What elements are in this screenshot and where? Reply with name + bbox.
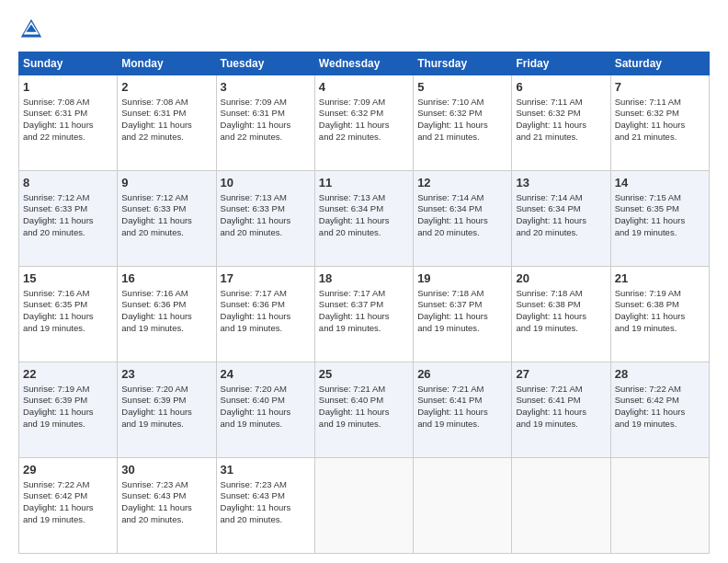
day-info-line: Daylight: 11 hours (23, 407, 94, 417)
day-info-line: Daylight: 11 hours (516, 407, 586, 417)
day-info-line: Sunset: 6:36 PM (221, 299, 285, 309)
day-info-line: Sunset: 6:42 PM (23, 490, 87, 500)
day-info-line: and 19 minutes. (319, 323, 381, 333)
day-number: 23 (121, 366, 211, 383)
day-number: 10 (221, 175, 311, 191)
day-info-line: and 19 minutes. (615, 227, 677, 237)
day-info-line: Daylight: 11 hours (121, 311, 192, 321)
day-info-line: Sunrise: 7:08 AM (23, 97, 89, 107)
day-info-line: Sunset: 6:41 PM (516, 395, 580, 405)
day-info-line: Sunrise: 7:11 AM (615, 97, 681, 107)
day-info-line: Sunrise: 7:20 AM (221, 384, 287, 394)
day-info-line: and 20 minutes. (221, 514, 283, 524)
day-info-line: and 20 minutes. (516, 227, 578, 237)
calendar-cell: 22Sunrise: 7:19 AMSunset: 6:39 PMDayligh… (19, 362, 118, 458)
day-info-line: and 19 minutes. (23, 419, 85, 429)
day-number: 19 (417, 270, 507, 287)
day-info-line: Sunset: 6:34 PM (319, 203, 383, 213)
day-info-line: Daylight: 11 hours (417, 120, 488, 130)
day-info-line: Sunset: 6:33 PM (121, 203, 186, 213)
day-info-line: and 21 minutes. (417, 132, 480, 142)
day-number: 2 (121, 79, 211, 96)
day-info-line: and 19 minutes. (319, 419, 381, 429)
day-info-line: Sunset: 6:40 PM (319, 395, 383, 405)
day-info-line: Sunrise: 7:20 AM (121, 384, 188, 394)
calendar-cell: 1Sunrise: 7:08 AMSunset: 6:31 PMDaylight… (19, 75, 118, 171)
day-info-line: Sunrise: 7:13 AM (319, 192, 385, 202)
day-info-line: Sunrise: 7:13 AM (221, 192, 287, 202)
day-number: 31 (221, 462, 311, 478)
day-info-line: Daylight: 11 hours (221, 407, 291, 417)
day-info-line: Sunset: 6:33 PM (221, 203, 285, 213)
day-number: 25 (319, 366, 409, 383)
day-info-line: Daylight: 11 hours (221, 311, 291, 321)
day-info-line: Sunset: 6:32 PM (417, 108, 482, 118)
day-info-line: Sunrise: 7:18 AM (516, 288, 582, 298)
calendar-header-sunday: Sunday (19, 52, 118, 75)
calendar-cell: 19Sunrise: 7:18 AMSunset: 6:37 PMDayligh… (414, 267, 512, 362)
day-info-line: Sunset: 6:43 PM (121, 490, 186, 500)
day-number: 9 (121, 175, 211, 191)
day-info-line: Daylight: 11 hours (23, 502, 94, 512)
day-info-line: Sunset: 6:31 PM (221, 108, 285, 118)
day-info-line: Sunset: 6:39 PM (23, 395, 87, 405)
calendar-header-tuesday: Tuesday (216, 52, 314, 75)
calendar-cell: 6Sunrise: 7:11 AMSunset: 6:32 PMDaylight… (512, 75, 610, 171)
day-number: 16 (121, 270, 211, 287)
day-info-line: Sunset: 6:31 PM (23, 108, 87, 118)
day-number: 13 (516, 175, 606, 191)
day-info-line: Sunset: 6:41 PM (417, 395, 482, 405)
day-info-line: Sunrise: 7:18 AM (417, 288, 483, 298)
day-info-line: Daylight: 11 hours (417, 311, 488, 321)
day-info-line: Daylight: 11 hours (615, 120, 686, 130)
day-info-line: Daylight: 11 hours (121, 215, 192, 225)
day-number: 8 (23, 175, 113, 191)
calendar-cell: 13Sunrise: 7:14 AMSunset: 6:34 PMDayligh… (512, 171, 610, 267)
day-number: 11 (319, 175, 409, 191)
day-number: 14 (615, 175, 705, 191)
calendar-cell: 25Sunrise: 7:21 AMSunset: 6:40 PMDayligh… (314, 362, 413, 458)
header (18, 17, 710, 42)
calendar-cell: 3Sunrise: 7:09 AMSunset: 6:31 PMDaylight… (216, 75, 314, 171)
day-info-line: Sunrise: 7:15 AM (615, 192, 681, 202)
day-info-line: Daylight: 11 hours (615, 311, 686, 321)
day-number: 4 (319, 79, 409, 96)
logo-icon (18, 17, 44, 42)
calendar-cell: 17Sunrise: 7:17 AMSunset: 6:36 PMDayligh… (216, 267, 314, 362)
calendar-header-wednesday: Wednesday (314, 52, 413, 75)
day-info-line: Sunrise: 7:11 AM (516, 97, 582, 107)
day-info-line: Sunset: 6:34 PM (417, 203, 482, 213)
day-info-line: and 20 minutes. (319, 227, 381, 237)
day-number: 12 (417, 175, 507, 191)
calendar-week-1: 1Sunrise: 7:08 AMSunset: 6:31 PMDaylight… (19, 75, 710, 171)
calendar-cell: 15Sunrise: 7:16 AMSunset: 6:35 PMDayligh… (19, 267, 118, 362)
day-info-line: Sunset: 6:37 PM (417, 299, 482, 309)
day-info-line: Daylight: 11 hours (221, 215, 291, 225)
day-number: 24 (221, 366, 311, 383)
calendar-header-friday: Friday (512, 52, 610, 75)
calendar-cell: 29Sunrise: 7:22 AMSunset: 6:42 PMDayligh… (19, 458, 118, 554)
day-info-line: and 21 minutes. (516, 132, 578, 142)
day-info-line: Sunset: 6:39 PM (121, 395, 186, 405)
day-info-line: Sunset: 6:32 PM (319, 108, 383, 118)
day-info-line: Daylight: 11 hours (615, 215, 686, 225)
calendar-cell: 24Sunrise: 7:20 AMSunset: 6:40 PMDayligh… (216, 362, 314, 458)
day-info-line: and 22 minutes. (221, 132, 283, 142)
day-info-line: and 19 minutes. (221, 323, 283, 333)
day-number: 28 (615, 366, 705, 383)
day-info-line: and 19 minutes. (516, 323, 578, 333)
day-info-line: Sunset: 6:35 PM (615, 203, 679, 213)
day-info-line: and 20 minutes. (221, 227, 283, 237)
calendar-table: SundayMondayTuesdayWednesdayThursdayFrid… (18, 52, 710, 554)
day-info-line: and 20 minutes. (121, 514, 184, 524)
day-number: 20 (516, 270, 606, 287)
day-number: 5 (417, 79, 507, 96)
day-info-line: Sunrise: 7:16 AM (121, 288, 188, 298)
day-info-line: Daylight: 11 hours (221, 502, 291, 512)
day-info-line: Sunrise: 7:12 AM (23, 192, 89, 202)
day-info-line: and 22 minutes. (121, 132, 184, 142)
day-number: 15 (23, 270, 113, 287)
day-info-line: Daylight: 11 hours (615, 407, 686, 417)
logo (18, 17, 48, 42)
day-info-line: Sunrise: 7:09 AM (319, 97, 385, 107)
